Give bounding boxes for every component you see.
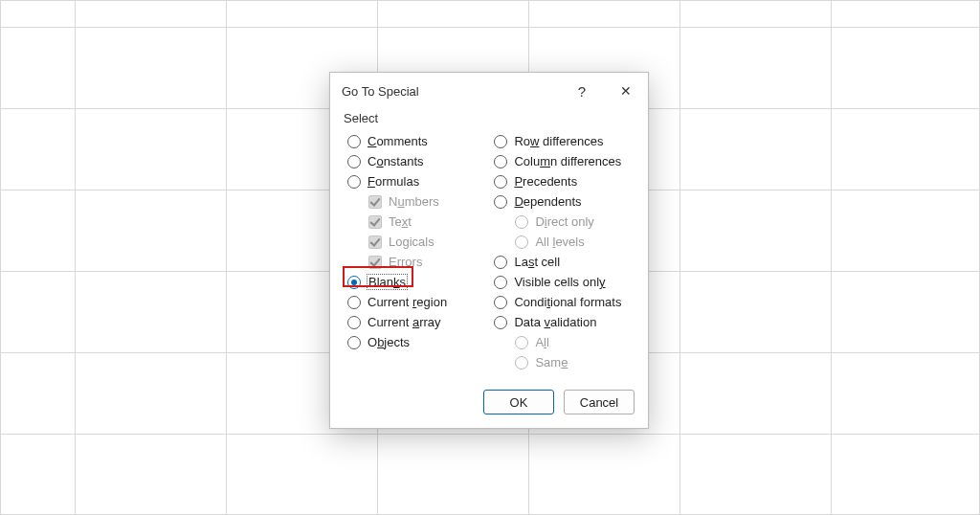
close-button[interactable]: ✕ [604, 73, 648, 109]
radio-icon [494, 155, 507, 168]
radio-icon [347, 316, 361, 329]
check-label: Errors [389, 255, 422, 269]
dialog-title: Go To Special [342, 84, 419, 99]
radio-current-region[interactable]: Current region [347, 292, 480, 312]
radio-row-differences[interactable]: Row differences [494, 131, 635, 151]
check-logicals: Logicals [368, 232, 480, 252]
radio-label: Current region [368, 295, 447, 309]
radio-icon [347, 336, 361, 349]
checkbox-icon [368, 195, 382, 209]
radio-dependents[interactable]: Dependents [494, 191, 635, 212]
radio-direct-only: Direct only [515, 212, 635, 232]
check-label: Logicals [389, 235, 434, 249]
radio-label: Dependents [514, 194, 581, 209]
radio-icon [347, 175, 361, 189]
radio-label: Last cell [514, 255, 560, 269]
check-label: Numbers [389, 194, 439, 209]
checkbox-icon [368, 235, 382, 249]
radio-label: Blanks [368, 275, 407, 289]
radio-precedents[interactable]: Precedents [494, 171, 635, 191]
radio-label: Precedents [514, 174, 577, 189]
radio-icon [494, 256, 507, 269]
radio-icon [494, 195, 507, 209]
radio-all: All [515, 332, 635, 352]
radio-last-cell[interactable]: Last cell [494, 252, 635, 272]
dialog-titlebar[interactable]: Go To Special ? ✕ [330, 73, 648, 109]
radio-label: Objects [368, 335, 410, 349]
radio-icon [515, 235, 528, 249]
radio-icon [347, 155, 361, 168]
radio-constants[interactable]: Constants [347, 151, 480, 171]
check-errors: Errors [368, 252, 480, 272]
section-label: Select [344, 111, 635, 125]
cancel-button[interactable]: Cancel [564, 390, 635, 414]
radio-icon [494, 316, 507, 329]
check-label: Text [389, 214, 412, 229]
ok-button[interactable]: OK [483, 390, 554, 414]
checkbox-icon [368, 215, 382, 229]
radio-icon [494, 296, 507, 309]
radio-icon [347, 296, 361, 309]
radio-objects[interactable]: Objects [347, 332, 480, 352]
radio-data-validation[interactable]: Data validation [494, 312, 635, 332]
radio-conditional-formats[interactable]: Conditional formats [494, 292, 635, 312]
help-button[interactable]: ? [560, 73, 604, 109]
radio-label: Direct only [535, 214, 593, 229]
radio-icon [515, 336, 528, 349]
radio-label: All [535, 335, 548, 349]
help-icon: ? [578, 83, 586, 100]
close-icon: ✕ [620, 83, 632, 99]
radio-all-levels: All levels [515, 232, 635, 252]
radio-label: Current array [368, 315, 441, 329]
radio-icon [494, 276, 507, 289]
radio-label: Constants [368, 154, 424, 168]
check-text: Text [368, 212, 480, 232]
radio-column-differences[interactable]: Column differences [494, 151, 635, 171]
radio-label: All levels [535, 235, 584, 249]
radio-label: Data validation [514, 315, 596, 329]
radio-label: Column differences [514, 154, 621, 168]
radio-icon [515, 215, 528, 229]
radio-current-array[interactable]: Current array [347, 312, 480, 332]
radio-blanks[interactable]: Blanks [347, 272, 480, 292]
radio-label: Formulas [368, 174, 419, 189]
radio-icon [347, 276, 361, 289]
radio-icon [494, 175, 507, 189]
radio-label: Visible cells only [514, 275, 605, 289]
radio-label: Comments [368, 134, 428, 148]
radio-same: Same [515, 352, 635, 372]
checkbox-icon [368, 256, 382, 269]
radio-visible-cells-only[interactable]: Visible cells only [494, 272, 635, 292]
radio-label: Row differences [514, 134, 603, 148]
radio-formulas[interactable]: Formulas [347, 171, 480, 191]
check-numbers: Numbers [368, 191, 480, 212]
goto-special-dialog: Go To Special ? ✕ Select Comments Consta… [329, 72, 649, 429]
radio-comments[interactable]: Comments [347, 131, 480, 151]
radio-icon [515, 356, 528, 369]
radio-icon [494, 135, 507, 148]
radio-label: Conditional formats [514, 295, 621, 309]
radio-icon [347, 135, 361, 148]
radio-label: Same [535, 355, 568, 369]
